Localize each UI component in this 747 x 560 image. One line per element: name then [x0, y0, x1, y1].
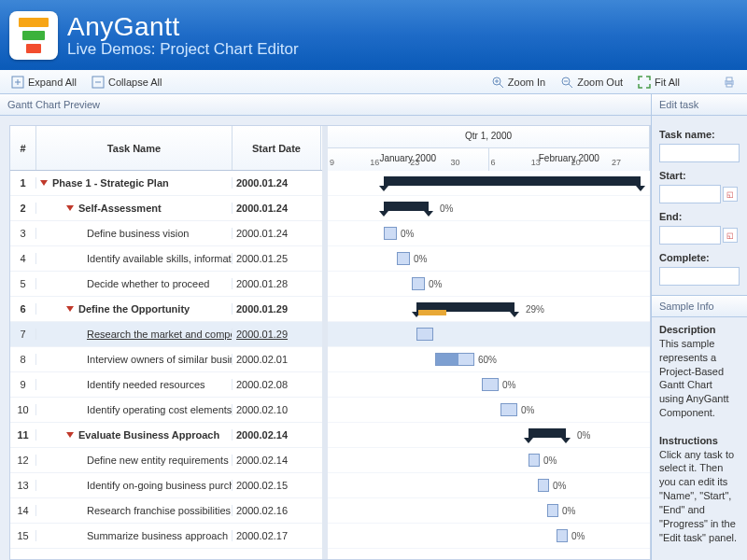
qtr-label: Qtr 1, 2000 [328, 126, 650, 147]
row-number: 10 [10, 404, 36, 415]
zoom-in-icon [491, 76, 504, 89]
task-bar[interactable] [384, 227, 397, 240]
row-number: 1 [10, 177, 36, 189]
table-row[interactable]: 10Identify operating cost elements2000.0… [10, 398, 322, 423]
table-row[interactable]: 5Decide whether to proceed2000.01.28 [10, 272, 322, 297]
zoom-in-button[interactable]: Zoom In [486, 74, 551, 91]
timeline-row[interactable]: 0% [328, 272, 650, 297]
table-row[interactable]: 12Define new entity requirements2000.02.… [10, 448, 322, 473]
timeline-row[interactable]: 0% [328, 498, 650, 524]
timeline-row[interactable] [328, 322, 650, 347]
row-number: 12 [10, 455, 36, 466]
start-datepicker-button[interactable]: ◱ [723, 187, 738, 202]
end-input[interactable] [659, 226, 721, 245]
row-number: 8 [10, 354, 36, 365]
task-bar[interactable] [412, 277, 425, 290]
fit-all-button[interactable]: Fit All [632, 74, 685, 91]
table-row[interactable]: 3Define business vision2000.01.24 [10, 221, 322, 246]
task-bar[interactable] [500, 403, 517, 416]
row-startdate: 2000.02.14 [233, 455, 321, 466]
expand-triangle-icon[interactable] [66, 306, 74, 312]
row-startdate: 2000.02.01 [233, 354, 321, 365]
complete-input[interactable] [659, 267, 740, 286]
row-taskname: Identify on-going business purchase oppo… [36, 480, 233, 491]
table-row[interactable]: 8Interview owners of similar businesses2… [10, 347, 322, 372]
expand-triangle-icon[interactable] [40, 180, 48, 186]
print-button[interactable] [717, 74, 741, 91]
summary-bar[interactable] [384, 176, 641, 186]
desc-text: This sample represents a Project-Based G… [659, 338, 729, 418]
collapse-all-button[interactable]: Collapse All [86, 74, 167, 91]
timeline-row[interactable]: 0% [328, 448, 650, 473]
task-bar[interactable] [547, 504, 558, 517]
app-name: AnyGantt [67, 12, 299, 42]
taskname-label: Task name: [659, 129, 740, 140]
timeline-row[interactable]: 0% [328, 221, 650, 246]
table-row[interactable]: 14Research franchise possibilities2000.0… [10, 498, 322, 524]
summary-bar[interactable] [529, 428, 566, 438]
task-bar[interactable] [529, 454, 540, 467]
end-datepicker-button[interactable]: ◱ [723, 228, 738, 243]
day-label: 27 [610, 158, 650, 167]
row-startdate: 2000.02.10 [233, 404, 321, 415]
expand-triangle-icon[interactable] [66, 205, 74, 211]
svg-rect-6 [726, 84, 732, 87]
task-bar[interactable] [482, 378, 499, 391]
timeline-row[interactable]: 0% [328, 398, 650, 423]
table-row[interactable]: 11Evaluate Business Approach2000.02.14 [10, 423, 322, 448]
timeline-row[interactable]: 0% [328, 196, 650, 221]
table-row[interactable]: 1Phase 1 - Strategic Plan2000.01.24 [10, 171, 322, 196]
expand-triangle-icon[interactable] [66, 432, 74, 438]
col-startdate[interactable]: Start Date [233, 126, 321, 170]
row-number: 6 [10, 303, 36, 315]
table-row[interactable]: 4Identify available skills, information … [10, 246, 322, 272]
taskname-input[interactable] [659, 144, 740, 162]
calendar-icon: ◱ [726, 190, 734, 199]
collapse-icon [92, 76, 105, 89]
expand-all-button[interactable]: Expand All [6, 74, 82, 91]
row-number: 11 [10, 429, 36, 441]
task-bar[interactable] [397, 252, 410, 265]
task-bar[interactable] [538, 479, 549, 492]
row-taskname: Identify operating cost elements [36, 404, 233, 415]
task-bar[interactable] [435, 353, 474, 366]
table-row[interactable]: 2Self-Assessment2000.01.24 [10, 196, 322, 221]
task-bar[interactable] [557, 529, 568, 542]
task-bar[interactable] [416, 328, 433, 341]
row-taskname: Define new entity requirements [36, 455, 233, 466]
row-number: 7 [10, 329, 36, 340]
summary-bar[interactable] [384, 202, 429, 211]
timeline-row[interactable]: 60% [328, 347, 650, 372]
start-label: Start: [659, 170, 740, 181]
start-input[interactable] [659, 185, 721, 203]
fit-all-label: Fit All [655, 77, 680, 88]
table-row[interactable]: 15Summarize business approach2000.02.17 [10, 524, 322, 549]
row-taskname: Interview owners of similar businesses [36, 354, 233, 365]
progress-label: 0% [440, 203, 453, 214]
timeline-row[interactable]: 0% [328, 524, 650, 549]
table-row[interactable]: 13Identify on-going business purchase op… [10, 473, 322, 498]
timeline-row[interactable] [328, 171, 650, 196]
day-label: 9 [328, 158, 368, 167]
timeline-row[interactable]: 0% [328, 473, 650, 498]
progress-label: 0% [543, 455, 557, 466]
summary-bar[interactable] [416, 302, 514, 312]
col-number[interactable]: # [10, 126, 36, 170]
expand-icon [11, 76, 24, 89]
row-startdate: 2000.01.24 [233, 228, 321, 239]
table-row[interactable]: 6Define the Opportunity2000.01.29 [10, 297, 322, 322]
timeline-row[interactable]: 0% [328, 423, 650, 448]
table-row[interactable]: 7Research the market and competition2000… [10, 322, 322, 347]
col-taskname[interactable]: Task Name [36, 126, 233, 170]
progress-label: 0% [521, 405, 534, 415]
timeline[interactable]: Qtr 1, 2000 January 2000February 2000 91… [328, 126, 650, 559]
day-label: 6 [489, 158, 529, 167]
timeline-row[interactable]: 0% [328, 246, 650, 272]
row-startdate: 2000.02.16 [233, 505, 321, 516]
zoom-out-button[interactable]: Zoom Out [555, 74, 628, 91]
timeline-row[interactable]: 29% [328, 297, 650, 322]
progress-label: 0% [571, 531, 585, 541]
timeline-row[interactable]: 0% [328, 372, 650, 398]
table-row[interactable]: 9Identify needed resources2000.02.08 [10, 372, 322, 398]
zoom-in-label: Zoom In [508, 77, 545, 88]
